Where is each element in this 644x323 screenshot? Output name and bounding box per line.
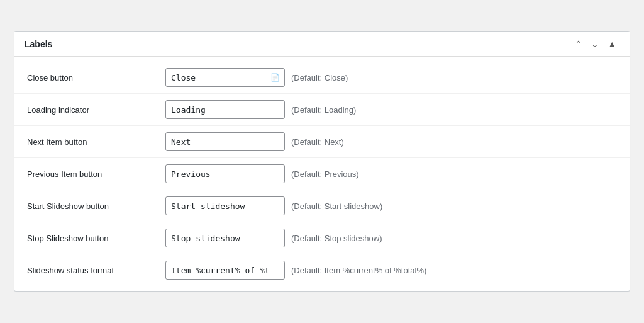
- field-start-slideshow-button: (Default: Start slideshow): [165, 196, 382, 215]
- hint-previous-item-button: (Default: Previous): [291, 169, 359, 179]
- hint-start-slideshow-button: (Default: Start slideshow): [291, 201, 382, 211]
- hint-loading-indicator: (Default: Loading): [291, 105, 356, 115]
- field-loading-indicator: (Default: Loading): [165, 100, 356, 119]
- form-row-loading-indicator: Loading indicator(Default: Loading): [14, 94, 630, 125]
- hint-next-item-button: (Default: Next): [291, 137, 344, 147]
- field-next-item-button: (Default: Next): [165, 132, 344, 151]
- toggle-button[interactable]: ▲: [604, 38, 619, 50]
- label-slideshow-status-format: Slideshow status format: [27, 266, 165, 275]
- input-slideshow-status-format[interactable]: [165, 261, 285, 280]
- field-slideshow-status-format: (Default: Item %current% of %total%): [165, 261, 426, 280]
- form-row-close-button: Close button📄(Default: Close): [14, 62, 630, 93]
- labels-panel: Labels ⌃ ⌄ ▲ Close button📄(Default: Clos…: [14, 31, 630, 292]
- input-loading-indicator[interactable]: [165, 100, 285, 119]
- form-row-stop-slideshow-button: Stop Slideshow button(Default: Stop slid…: [14, 222, 630, 254]
- field-previous-item-button: (Default: Previous): [165, 164, 359, 183]
- hint-slideshow-status-format: (Default: Item %current% of %total%): [291, 266, 426, 275]
- form-row-start-slideshow-button: Start Slideshow button(Default: Start sl…: [14, 190, 630, 222]
- hint-stop-slideshow-button: (Default: Stop slideshow): [291, 234, 382, 243]
- panel-body: Close button📄(Default: Close)Loading ind…: [14, 57, 630, 291]
- panel-controls: ⌃ ⌄ ▲: [572, 38, 619, 50]
- collapse-up-button[interactable]: ⌃: [572, 38, 586, 50]
- input-previous-item-button[interactable]: [165, 164, 285, 183]
- label-start-slideshow-button: Start Slideshow button: [27, 201, 165, 211]
- input-start-slideshow-button[interactable]: [165, 196, 285, 215]
- input-next-item-button[interactable]: [165, 132, 285, 151]
- input-wrapper-close-button: 📄: [165, 68, 285, 87]
- input-stop-slideshow-button[interactable]: [165, 229, 285, 247]
- label-loading-indicator: Loading indicator: [27, 105, 165, 115]
- field-close-button: 📄(Default: Close): [165, 68, 348, 87]
- field-stop-slideshow-button: (Default: Stop slideshow): [165, 229, 382, 247]
- label-next-item-button: Next Item button: [27, 137, 165, 147]
- form-row-next-item-button: Next Item button(Default: Next): [14, 126, 630, 157]
- form-row-slideshow-status-format: Slideshow status format(Default: Item %c…: [14, 254, 630, 286]
- form-row-previous-item-button: Previous Item button(Default: Previous): [14, 158, 630, 190]
- label-close-button: Close button: [27, 73, 165, 82]
- input-close-button[interactable]: [165, 68, 285, 87]
- panel-title: Labels: [25, 39, 52, 49]
- panel-header: Labels ⌃ ⌄ ▲: [14, 32, 630, 57]
- label-previous-item-button: Previous Item button: [27, 169, 165, 179]
- hint-close-button: (Default: Close): [291, 73, 348, 82]
- label-stop-slideshow-button: Stop Slideshow button: [27, 234, 165, 243]
- collapse-down-button[interactable]: ⌄: [588, 38, 602, 50]
